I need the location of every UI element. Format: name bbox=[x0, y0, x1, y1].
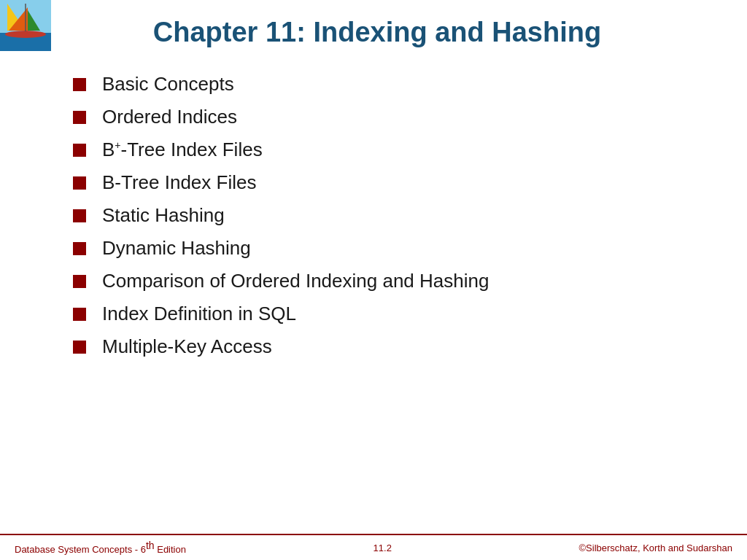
svg-point-5 bbox=[5, 31, 46, 38]
list-item: Index Definition in SQL bbox=[73, 303, 674, 325]
bullet-icon bbox=[73, 308, 86, 321]
bullet-icon bbox=[73, 242, 86, 255]
bullet-icon bbox=[73, 341, 86, 354]
footer-superscript: th bbox=[146, 540, 155, 551]
bullet-text: Index Definition in SQL bbox=[102, 303, 296, 325]
bullet-text: Multiple-Key Access bbox=[102, 335, 272, 358]
list-item: Comparison of Ordered Indexing and Hashi… bbox=[73, 270, 674, 292]
bullet-list: Basic Concepts Ordered Indices B+-Tree I… bbox=[73, 73, 674, 368]
content-area: Basic Concepts Ordered Indices B+-Tree I… bbox=[0, 58, 747, 534]
bullet-icon bbox=[73, 209, 86, 222]
list-item: B+-Tree Index Files bbox=[73, 139, 674, 161]
list-item: Static Hashing bbox=[73, 204, 674, 227]
footer-left: Database System Concepts - 6th Edition bbox=[15, 540, 186, 555]
superscript: + bbox=[115, 139, 120, 151]
title-area: Chapter 11: Indexing and Hashing bbox=[0, 0, 747, 58]
bullet-icon bbox=[73, 111, 86, 124]
list-item: Basic Concepts bbox=[73, 73, 674, 96]
list-item: Dynamic Hashing bbox=[73, 237, 674, 260]
slide-image bbox=[0, 0, 51, 51]
bullet-icon bbox=[73, 144, 86, 157]
bullet-text: Basic Concepts bbox=[102, 73, 234, 96]
bullet-text: Ordered Indices bbox=[102, 106, 237, 128]
footer-right: ©Silberschatz, Korth and Sudarshan bbox=[579, 542, 732, 553]
bullet-icon bbox=[73, 275, 86, 288]
list-item: Ordered Indices bbox=[73, 106, 674, 128]
bullet-text: Dynamic Hashing bbox=[102, 237, 251, 260]
bullet-text: Static Hashing bbox=[102, 204, 225, 227]
list-item: Multiple-Key Access bbox=[73, 335, 674, 358]
footer: Database System Concepts - 6th Edition 1… bbox=[0, 534, 747, 560]
list-item: B-Tree Index Files bbox=[73, 171, 674, 194]
bullet-text: B+-Tree Index Files bbox=[102, 139, 263, 161]
bullet-icon bbox=[73, 176, 86, 190]
slide-title: Chapter 11: Indexing and Hashing bbox=[153, 17, 601, 48]
footer-center: 11.2 bbox=[374, 542, 392, 553]
bullet-text: Comparison of Ordered Indexing and Hashi… bbox=[102, 270, 489, 292]
bullet-text: B-Tree Index Files bbox=[102, 171, 256, 194]
bullet-icon bbox=[73, 78, 86, 91]
slide: Chapter 11: Indexing and Hashing Basic C… bbox=[0, 0, 747, 560]
